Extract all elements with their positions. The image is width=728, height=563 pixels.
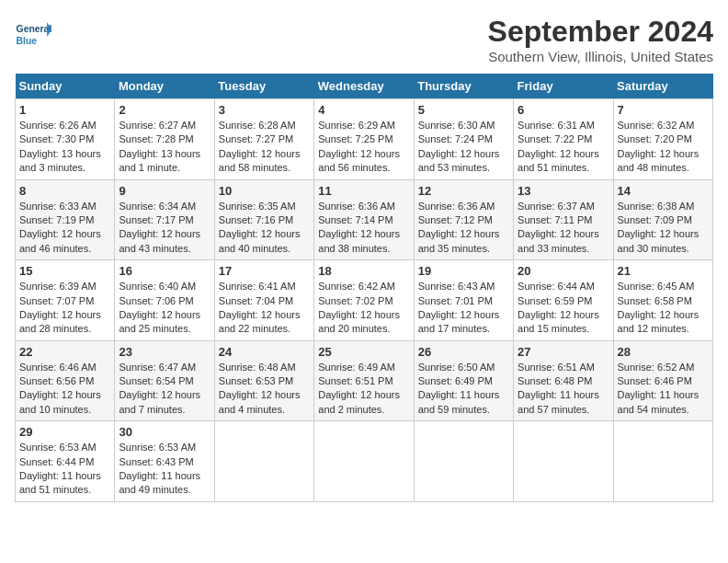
day-info: Sunrise: 6:28 AM Sunset: 7:27 PM Dayligh… [219,119,310,176]
day-number: 22 [19,345,110,359]
day-info: Sunrise: 6:35 AM Sunset: 7:16 PM Dayligh… [219,200,310,257]
calendar-row: 22 Sunrise: 6:46 AM Sunset: 6:56 PM Dayl… [16,340,713,421]
day-info: Sunrise: 6:52 AM Sunset: 6:46 PM Dayligh… [618,361,709,418]
calendar-cell: 9 Sunrise: 6:34 AM Sunset: 7:17 PM Dayli… [115,179,214,260]
calendar-cell: 4 Sunrise: 6:29 AM Sunset: 7:25 PM Dayli… [314,99,414,180]
day-info: Sunrise: 6:43 AM Sunset: 7:01 PM Dayligh… [418,280,509,337]
day-info: Sunrise: 6:32 AM Sunset: 7:20 PM Dayligh… [618,119,709,176]
day-number: 3 [219,103,310,117]
logo: General Blue [15,15,55,52]
day-info: Sunrise: 6:29 AM Sunset: 7:25 PM Dayligh… [318,119,409,176]
day-info: Sunrise: 6:49 AM Sunset: 6:51 PM Dayligh… [318,361,409,418]
header-thursday: Thursday [414,74,513,99]
logo-icon: General Blue [15,15,51,52]
svg-text:General: General [17,24,51,34]
day-info: Sunrise: 6:41 AM Sunset: 7:04 PM Dayligh… [219,280,310,337]
day-number: 27 [518,345,609,359]
day-info: Sunrise: 6:33 AM Sunset: 7:19 PM Dayligh… [19,200,110,257]
day-number: 2 [119,103,210,117]
month-title: September 2024 [488,15,713,49]
calendar-cell: 29 Sunrise: 6:53 AM Sunset: 6:44 PM Dayl… [16,421,115,502]
day-info: Sunrise: 6:34 AM Sunset: 7:17 PM Dayligh… [119,200,210,257]
day-number: 13 [518,184,609,198]
day-info: Sunrise: 6:53 AM Sunset: 6:44 PM Dayligh… [19,441,110,498]
day-info: Sunrise: 6:36 AM Sunset: 7:14 PM Dayligh… [318,200,409,257]
day-info: Sunrise: 6:37 AM Sunset: 7:11 PM Dayligh… [518,200,609,257]
day-number: 11 [318,184,409,198]
calendar-cell [613,421,712,502]
header-tuesday: Tuesday [214,74,313,99]
calendar-cell: 1 Sunrise: 6:26 AM Sunset: 7:30 PM Dayli… [16,99,115,180]
calendar-cell: 24 Sunrise: 6:48 AM Sunset: 6:53 PM Dayl… [214,340,313,421]
calendar-cell: 6 Sunrise: 6:31 AM Sunset: 7:22 PM Dayli… [514,99,613,180]
day-info: Sunrise: 6:27 AM Sunset: 7:28 PM Dayligh… [119,119,210,176]
day-number: 15 [19,264,110,278]
calendar-cell: 13 Sunrise: 6:37 AM Sunset: 7:11 PM Dayl… [514,179,613,260]
calendar-cell: 11 Sunrise: 6:36 AM Sunset: 7:14 PM Dayl… [314,179,414,260]
day-info: Sunrise: 6:48 AM Sunset: 6:53 PM Dayligh… [219,361,310,418]
day-number: 20 [518,264,609,278]
calendar-cell: 7 Sunrise: 6:32 AM Sunset: 7:20 PM Dayli… [613,99,712,180]
day-info: Sunrise: 6:45 AM Sunset: 6:58 PM Dayligh… [618,280,709,337]
day-number: 9 [119,184,210,198]
calendar-cell: 12 Sunrise: 6:36 AM Sunset: 7:12 PM Dayl… [414,179,513,260]
calendar-cell: 21 Sunrise: 6:45 AM Sunset: 6:58 PM Dayl… [613,260,712,341]
calendar-cell [214,421,313,502]
day-info: Sunrise: 6:40 AM Sunset: 7:06 PM Dayligh… [119,280,210,337]
calendar-cell: 27 Sunrise: 6:51 AM Sunset: 6:48 PM Dayl… [514,340,613,421]
day-info: Sunrise: 6:31 AM Sunset: 7:22 PM Dayligh… [518,119,609,176]
day-info: Sunrise: 6:46 AM Sunset: 6:56 PM Dayligh… [19,361,110,418]
day-number: 17 [219,264,310,278]
calendar-cell: 20 Sunrise: 6:44 AM Sunset: 6:59 PM Dayl… [514,260,613,341]
day-info: Sunrise: 6:36 AM Sunset: 7:12 PM Dayligh… [418,200,509,257]
day-info: Sunrise: 6:44 AM Sunset: 6:59 PM Dayligh… [518,280,609,337]
calendar-cell: 26 Sunrise: 6:50 AM Sunset: 6:49 PM Dayl… [414,340,513,421]
day-number: 14 [618,184,709,198]
day-info: Sunrise: 6:53 AM Sunset: 6:43 PM Dayligh… [119,441,210,498]
calendar-cell: 17 Sunrise: 6:41 AM Sunset: 7:04 PM Dayl… [214,260,313,341]
calendar-cell [314,421,414,502]
day-number: 8 [19,184,110,198]
header-monday: Monday [115,74,214,99]
day-number: 30 [119,425,210,439]
calendar-cell: 8 Sunrise: 6:33 AM Sunset: 7:19 PM Dayli… [16,179,115,260]
calendar-cell [514,421,613,502]
calendar-table: Sunday Monday Tuesday Wednesday Thursday… [15,74,713,502]
day-number: 18 [318,264,409,278]
day-number: 7 [618,103,709,117]
header-wednesday: Wednesday [314,74,414,99]
day-number: 25 [318,345,409,359]
calendar-cell: 2 Sunrise: 6:27 AM Sunset: 7:28 PM Dayli… [115,99,214,180]
day-number: 26 [418,345,509,359]
day-number: 10 [219,184,310,198]
calendar-row: 1 Sunrise: 6:26 AM Sunset: 7:30 PM Dayli… [16,99,713,180]
day-info: Sunrise: 6:47 AM Sunset: 6:54 PM Dayligh… [119,361,210,418]
calendar-cell: 28 Sunrise: 6:52 AM Sunset: 6:46 PM Dayl… [613,340,712,421]
calendar-row: 15 Sunrise: 6:39 AM Sunset: 7:07 PM Dayl… [16,260,713,341]
day-number: 28 [618,345,709,359]
calendar-cell: 19 Sunrise: 6:43 AM Sunset: 7:01 PM Dayl… [414,260,513,341]
calendar-cell [414,421,513,502]
title-area: September 2024 Southern View, Illinois, … [488,15,713,64]
header-friday: Friday [514,74,613,99]
day-info: Sunrise: 6:38 AM Sunset: 7:09 PM Dayligh… [618,200,709,257]
calendar-body: 1 Sunrise: 6:26 AM Sunset: 7:30 PM Dayli… [16,99,713,502]
calendar-cell: 23 Sunrise: 6:47 AM Sunset: 6:54 PM Dayl… [115,340,214,421]
day-number: 29 [19,425,110,439]
calendar-cell: 16 Sunrise: 6:40 AM Sunset: 7:06 PM Dayl… [115,260,214,341]
calendar-cell: 15 Sunrise: 6:39 AM Sunset: 7:07 PM Dayl… [16,260,115,341]
location: Southern View, Illinois, United States [488,49,713,64]
calendar-row: 8 Sunrise: 6:33 AM Sunset: 7:19 PM Dayli… [16,179,713,260]
day-number: 23 [119,345,210,359]
day-info: Sunrise: 6:26 AM Sunset: 7:30 PM Dayligh… [19,119,110,176]
day-number: 6 [518,103,609,117]
day-number: 12 [418,184,509,198]
day-info: Sunrise: 6:39 AM Sunset: 7:07 PM Dayligh… [19,280,110,337]
days-header-row: Sunday Monday Tuesday Wednesday Thursday… [16,74,713,99]
day-number: 5 [418,103,509,117]
calendar-cell: 30 Sunrise: 6:53 AM Sunset: 6:43 PM Dayl… [115,421,214,502]
calendar-cell: 18 Sunrise: 6:42 AM Sunset: 7:02 PM Dayl… [314,260,414,341]
calendar-cell: 22 Sunrise: 6:46 AM Sunset: 6:56 PM Dayl… [16,340,115,421]
day-info: Sunrise: 6:30 AM Sunset: 7:24 PM Dayligh… [418,119,509,176]
day-number: 4 [318,103,409,117]
